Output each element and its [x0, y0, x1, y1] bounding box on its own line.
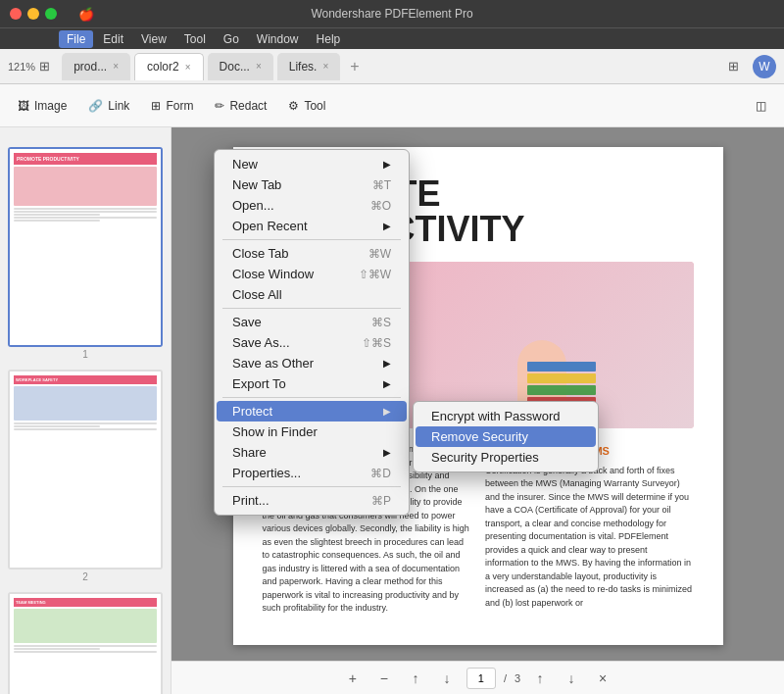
- menu-help[interactable]: Help: [309, 30, 349, 48]
- menu-item-close-all-label: Close All: [232, 287, 282, 302]
- tab-add-button[interactable]: +: [344, 58, 365, 75]
- page-num-2: 2: [8, 570, 163, 584]
- page-add-button[interactable]: +: [341, 667, 365, 690]
- menu-item-properties-label: Properties...: [232, 466, 301, 480]
- tab-lifes[interactable]: Lifes. ×: [277, 53, 341, 80]
- menu-item-save-other-arrow: ▶: [383, 358, 391, 369]
- menu-item-close-tab[interactable]: Close Tab ⌘W: [217, 243, 407, 264]
- menu-item-new-tab[interactable]: New Tab ⌘T: [217, 174, 407, 195]
- grid-view-icon[interactable]: ⊞: [721, 55, 745, 78]
- protect-item-security-props-label: Security Properties: [431, 450, 539, 465]
- layout-icon[interactable]: ⊞: [39, 59, 50, 74]
- menu-file[interactable]: File: [59, 30, 93, 48]
- page-up-button[interactable]: ↑: [404, 667, 427, 690]
- menu-item-print-shortcut: ⌘P: [371, 494, 391, 508]
- menu-window[interactable]: Window: [249, 30, 307, 48]
- cert-text: Certification is generally a back and fo…: [485, 465, 694, 611]
- menu-item-save-as[interactable]: Save As... ⇧⌘S: [217, 332, 407, 353]
- menu-item-print-label: Print...: [232, 493, 270, 508]
- toolbar-image-button[interactable]: 🖼 Image: [8, 90, 76, 122]
- menu-item-close-window-label: Close Window: [232, 267, 314, 281]
- sidebar-controls: [8, 135, 163, 139]
- page-thumbnail-3[interactable]: TEAM MEETING 3: [8, 592, 163, 694]
- menu-bar: File Edit View Tool Go Window Help: [0, 27, 784, 49]
- tab-color2-close[interactable]: ×: [185, 62, 191, 73]
- protect-item-security-props[interactable]: Security Properties: [416, 447, 596, 468]
- menu-sep-1: [222, 239, 401, 240]
- menu-tool[interactable]: Tool: [176, 30, 214, 48]
- page-next-button[interactable]: ↓: [560, 667, 583, 690]
- menu-item-protect-label: Protect: [232, 404, 272, 419]
- tab-prod-close[interactable]: ×: [113, 61, 119, 72]
- title-bar: 🍎 Wondershare PDFElement Pro: [0, 0, 784, 27]
- tab-doc-label: Doc...: [220, 60, 250, 74]
- tab-doc-close[interactable]: ×: [256, 61, 262, 72]
- menu-item-save-as-label: Save As...: [232, 335, 290, 350]
- toolbar-redact-button[interactable]: ✏ Redact: [205, 90, 276, 122]
- menu-go[interactable]: Go: [216, 30, 247, 48]
- app-title: Wondershare PDFElement Pro: [10, 7, 774, 21]
- link-label: Link: [108, 99, 129, 113]
- toolbar-link-button[interactable]: 🔗 Link: [78, 90, 139, 122]
- page-close-button[interactable]: ×: [591, 667, 614, 690]
- menu-item-print[interactable]: Print... ⌘P: [217, 490, 407, 511]
- menu-item-show-finder[interactable]: Show in Finder: [217, 421, 407, 442]
- redact-icon: ✏: [215, 99, 224, 113]
- page-separator: /: [504, 672, 507, 684]
- menu-item-protect[interactable]: Protect ▶ Encrypt with Password Remove S…: [217, 401, 407, 421]
- tab-doc[interactable]: Doc... ×: [208, 53, 273, 80]
- menu-item-share[interactable]: Share ▶: [217, 442, 407, 463]
- zoom-level[interactable]: 121%: [8, 61, 35, 73]
- page-download-button[interactable]: ↓: [435, 667, 459, 690]
- traffic-lights[interactable]: [10, 8, 57, 20]
- tab-lifes-close[interactable]: ×: [322, 61, 328, 72]
- main-layout: PROMOTE PRODUCTIVITY 1: [0, 127, 784, 694]
- page-prev-button[interactable]: ↑: [528, 667, 552, 690]
- page-subtract-button[interactable]: −: [372, 667, 396, 690]
- menu-item-new[interactable]: New ▶: [217, 154, 407, 174]
- menu-item-save-shortcut: ⌘S: [371, 316, 391, 329]
- image-label: Image: [34, 99, 67, 113]
- menu-sep-3: [222, 397, 401, 398]
- protect-item-encrypt[interactable]: Encrypt with Password: [416, 406, 596, 426]
- menu-item-save[interactable]: Save ⌘S: [217, 312, 407, 332]
- menu-item-open-recent[interactable]: Open Recent ▶: [217, 216, 407, 236]
- tab-color2-label: color2: [147, 60, 179, 74]
- tab-lifes-label: Lifes.: [289, 60, 318, 74]
- menu-item-close-window[interactable]: Close Window ⇧⌘W: [217, 264, 407, 284]
- menu-item-save-other[interactable]: Save as Other ▶: [217, 353, 407, 373]
- menu-item-save-other-label: Save as Other: [232, 356, 314, 371]
- menu-item-properties[interactable]: Properties... ⌘D: [217, 463, 407, 483]
- toolbar-tool-button[interactable]: ⚙ Tool: [278, 90, 335, 122]
- menu-item-properties-shortcut: ⌘D: [370, 467, 391, 480]
- page-num-1: 1: [8, 347, 163, 362]
- form-icon: ⊞: [151, 99, 161, 113]
- menu-sep-2: [222, 308, 401, 309]
- menu-view[interactable]: View: [133, 30, 174, 48]
- toolbar-form-button[interactable]: ⊞ Form: [141, 90, 203, 122]
- menu-item-open[interactable]: Open... ⌘O: [217, 195, 407, 216]
- sidebar-expand-button[interactable]: ◫: [746, 90, 776, 122]
- menu-item-share-arrow: ▶: [383, 447, 391, 458]
- current-page-input[interactable]: [466, 668, 496, 689]
- tab-color2[interactable]: color2 ×: [134, 53, 204, 80]
- protect-item-remove-security-label: Remove Security: [431, 429, 528, 444]
- menu-item-close-all[interactable]: Close All: [217, 284, 407, 305]
- menu-item-open-label: Open...: [232, 198, 274, 213]
- menu-item-export-label: Export To: [232, 376, 286, 391]
- tool-icon: ⚙: [288, 99, 299, 113]
- minimize-button[interactable]: [27, 8, 39, 20]
- menu-item-export[interactable]: Export To ▶: [217, 373, 407, 394]
- protect-item-remove-security[interactable]: Remove Security: [416, 426, 596, 447]
- menu-item-open-shortcut: ⌘O: [370, 199, 391, 213]
- tab-prod[interactable]: prod... ×: [62, 53, 130, 80]
- maximize-button[interactable]: [45, 8, 57, 20]
- user-avatar[interactable]: W: [753, 55, 776, 78]
- menu-item-close-tab-shortcut: ⌘W: [368, 247, 391, 261]
- page-thumbnail-2[interactable]: WORKPLACE SAFETY 2: [8, 370, 163, 584]
- menu-edit[interactable]: Edit: [95, 30, 131, 48]
- close-button[interactable]: [10, 8, 22, 20]
- page-thumbnail-1[interactable]: PROMOTE PRODUCTIVITY 1: [8, 147, 163, 362]
- protect-submenu: Encrypt with Password Remove Security Se…: [413, 401, 599, 472]
- menu-item-new-tab-label: New Tab: [232, 177, 281, 192]
